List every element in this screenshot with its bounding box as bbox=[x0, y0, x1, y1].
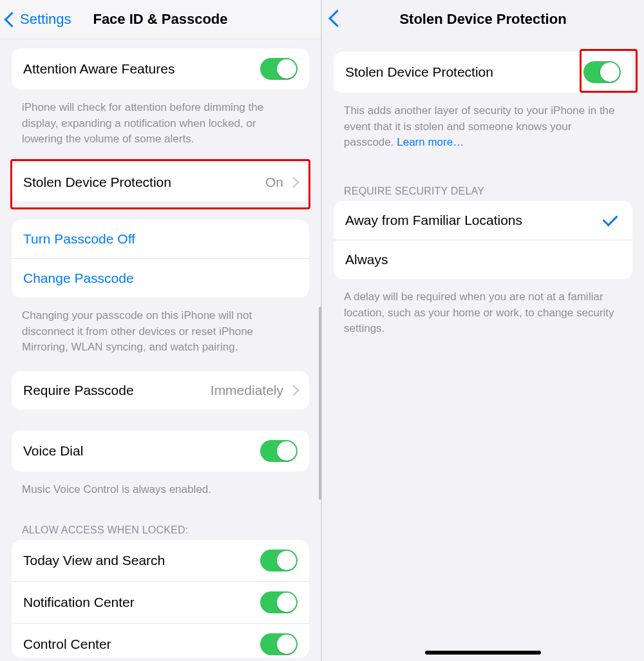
home-indicator[interactable] bbox=[425, 651, 541, 655]
change-passcode-row[interactable]: Change Passcode bbox=[12, 258, 309, 298]
control-center-row[interactable]: Control Center bbox=[12, 623, 309, 658]
sdp-footer-text: This adds another layer of security to y… bbox=[344, 104, 615, 148]
today-view-toggle[interactable] bbox=[260, 550, 298, 571]
chevron-right-icon bbox=[289, 177, 299, 187]
checkmark-icon bbox=[602, 211, 618, 227]
require-group: Require Passcode Immediately bbox=[12, 371, 309, 410]
voice-dial-row[interactable]: Voice Dial bbox=[12, 430, 309, 472]
always-row[interactable]: Always bbox=[334, 240, 632, 279]
away-row[interactable]: Away from Familiar Locations bbox=[334, 201, 632, 240]
sdp-value: On bbox=[265, 175, 283, 190]
scrollbar[interactable] bbox=[319, 307, 321, 500]
voice-dial-label: Voice Dial bbox=[23, 443, 83, 459]
control-center-label: Control Center bbox=[23, 637, 111, 652]
always-label: Always bbox=[345, 252, 388, 267]
notification-center-row[interactable]: Notification Center bbox=[12, 581, 309, 623]
require-passcode-label: Require Passcode bbox=[23, 383, 134, 398]
page-title: Face ID & Passcode bbox=[93, 11, 227, 28]
voice-group: Voice Dial bbox=[12, 430, 309, 472]
attention-group: Attention Aware Features bbox=[12, 48, 309, 90]
page-title: Stolen Device Protection bbox=[399, 11, 566, 28]
today-view-label: Today View and Search bbox=[23, 553, 165, 568]
sdp-toggle-label: Stolen Device Protection bbox=[345, 64, 493, 80]
delay-header: REQUIRE SECURITY DELAY bbox=[322, 166, 644, 201]
turn-passcode-off-row[interactable]: Turn Passcode Off bbox=[12, 220, 309, 258]
today-view-row[interactable]: Today View and Search bbox=[12, 540, 309, 581]
require-passcode-value: Immediately bbox=[211, 383, 283, 398]
attention-aware-label: Attention Aware Features bbox=[23, 61, 175, 77]
chevron-right-icon bbox=[289, 385, 299, 396]
chevron-left-icon bbox=[4, 12, 19, 27]
nav-bar: Stolen Device Protection bbox=[322, 0, 644, 39]
delay-group: Away from Familiar Locations Always bbox=[334, 201, 632, 279]
notification-center-label: Notification Center bbox=[23, 595, 135, 610]
turn-passcode-off-label: Turn Passcode Off bbox=[23, 231, 135, 247]
passcode-group: Turn Passcode Off Change Passcode bbox=[12, 220, 309, 298]
nav-bar: Settings Face ID & Passcode bbox=[0, 0, 321, 39]
learn-more-link[interactable]: Learn more… bbox=[397, 136, 464, 148]
voice-dial-toggle[interactable] bbox=[260, 440, 298, 462]
sdp-label: Stolen Device Protection bbox=[23, 175, 171, 190]
back-button[interactable] bbox=[331, 12, 346, 27]
back-label: Settings bbox=[20, 11, 71, 28]
delay-footer: A delay will be required when you are no… bbox=[322, 285, 644, 352]
sdp-toggle[interactable] bbox=[583, 61, 621, 83]
stolen-device-protection-row[interactable]: Stolen Device Protection On bbox=[12, 163, 309, 202]
change-passcode-label: Change Passcode bbox=[23, 271, 134, 286]
back-button[interactable]: Settings bbox=[6, 11, 71, 28]
control-center-toggle[interactable] bbox=[260, 633, 298, 655]
change-passcode-footer: Changing your passcode on this iPhone wi… bbox=[0, 304, 321, 371]
chevron-left-icon bbox=[328, 10, 346, 27]
attention-aware-row[interactable]: Attention Aware Features bbox=[12, 48, 309, 90]
require-passcode-row[interactable]: Require Passcode Immediately bbox=[12, 371, 309, 410]
away-label: Away from Familiar Locations bbox=[345, 213, 522, 228]
allow-access-header: ALLOW ACCESS WHEN LOCKED: bbox=[0, 513, 321, 540]
voice-footer: Music Voice Control is always enabled. bbox=[0, 478, 321, 513]
notification-center-toggle[interactable] bbox=[260, 591, 298, 613]
sdp-footer: This adds another layer of security to y… bbox=[322, 99, 644, 166]
sdp-group: Stolen Device Protection On bbox=[12, 163, 309, 202]
attention-footer: iPhone will check for attention before d… bbox=[0, 96, 321, 163]
locked-access-group: Today View and Search Notification Cente… bbox=[12, 540, 309, 658]
sdp-toggle-row[interactable]: Stolen Device Protection bbox=[334, 52, 632, 93]
attention-aware-toggle[interactable] bbox=[260, 58, 298, 80]
sdp-toggle-group: Stolen Device Protection bbox=[334, 52, 632, 93]
